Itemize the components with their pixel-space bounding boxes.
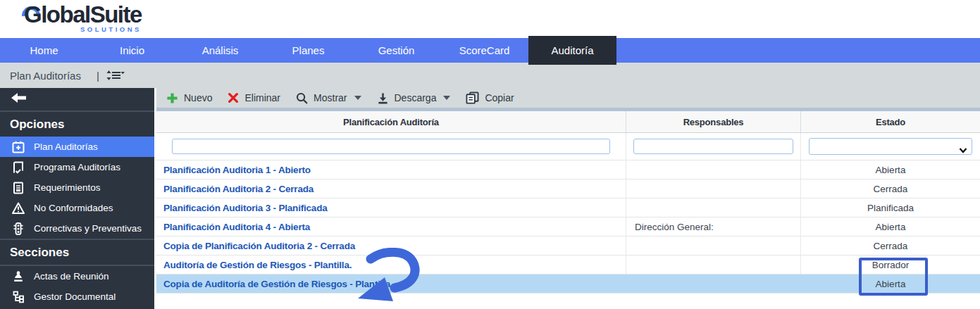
mostrar-button[interactable]: Mostrar bbox=[296, 92, 361, 104]
responsables-filter-input[interactable] bbox=[633, 139, 793, 154]
row-responsables bbox=[626, 179, 801, 198]
search-icon bbox=[296, 92, 308, 104]
row-estado: Planificada bbox=[801, 198, 980, 217]
nav-item-analisis[interactable]: Análisis bbox=[176, 38, 264, 63]
nav-item-home[interactable]: Home bbox=[0, 38, 88, 63]
sidebar-item-gestor-documental[interactable]: Gestor Documental bbox=[0, 286, 154, 307]
nav-item-inicio[interactable]: Inicio bbox=[88, 38, 176, 63]
sidebar-item-no-conformidades[interactable]: No Conformidades bbox=[0, 198, 154, 218]
row-name-link[interactable]: Copia de Planificación Auditoria 2 - Cer… bbox=[156, 237, 626, 255]
row-responsables bbox=[626, 237, 801, 255]
row-estado: Abierta bbox=[801, 217, 980, 236]
descarga-button[interactable]: Descarga bbox=[377, 92, 451, 104]
table-row: Copia de Auditoría de Gestión de Riesgos… bbox=[156, 275, 980, 294]
sidebar-item-programa-auditorias[interactable]: Programa Auditorías bbox=[0, 157, 154, 177]
copy-icon bbox=[466, 92, 479, 104]
table-row: Planificación Auditoria 2 - Cerrada Cerr… bbox=[156, 179, 980, 198]
eliminar-button[interactable]: Eliminar bbox=[228, 92, 280, 103]
stamp-icon bbox=[11, 270, 25, 284]
table-row: Auditoría de Gestión de Riesgos - Planti… bbox=[156, 256, 980, 275]
nav-item-planes[interactable]: Planes bbox=[264, 38, 352, 63]
row-name-link[interactable]: Planificación Auditoria 2 - Cerrada bbox=[156, 179, 626, 198]
main-nav: HomeInicioAnálisisPlanesGestiónScoreCard… bbox=[0, 38, 980, 63]
table-row: Planificación Auditoria 3 - Planificada … bbox=[156, 198, 980, 217]
estado-filter-select[interactable] bbox=[809, 138, 972, 155]
caret-down-icon bbox=[354, 96, 361, 100]
caret-down-icon bbox=[443, 96, 450, 100]
row-responsables bbox=[626, 198, 801, 217]
sidebar-section-title-opciones: Opciones bbox=[0, 112, 154, 137]
nuevo-button[interactable]: Nuevo bbox=[166, 92, 212, 104]
nav-item-scorecard[interactable]: ScoreCard bbox=[440, 38, 528, 63]
traffic-light-icon bbox=[11, 222, 25, 236]
table-row: Planificación Auditoria 1 - Abierto Abie… bbox=[156, 160, 980, 179]
plus-icon bbox=[166, 92, 178, 104]
sidebar-item-correctivas-y-preventivas[interactable]: Correctivas y Preventivas bbox=[0, 218, 154, 239]
row-estado: Abierta bbox=[801, 275, 980, 293]
content-area: Nuevo Eliminar Mostrar Descarga Copiar P… bbox=[154, 88, 980, 309]
row-responsables bbox=[626, 275, 801, 293]
row-estado: Borrador bbox=[801, 256, 980, 274]
row-name-link[interactable]: Copia de Auditoría de Gestión de Riesgos… bbox=[156, 275, 626, 293]
warning-triangle-icon bbox=[11, 201, 25, 215]
document-icon bbox=[11, 181, 25, 195]
row-responsables: Dirección General: bbox=[626, 217, 801, 236]
back-arrow-icon bbox=[11, 93, 27, 106]
nav-item-auditoria[interactable]: Auditoría bbox=[528, 36, 616, 65]
row-name-link[interactable]: Planificación Auditoria 1 - Abierto bbox=[156, 160, 626, 179]
breadcrumb-separator: | bbox=[97, 70, 99, 82]
column-header-estado: Estado bbox=[801, 111, 980, 132]
row-name-link[interactable]: Planificación Auditoria 4 - Abierta bbox=[156, 217, 626, 236]
calendar-plus-icon bbox=[11, 140, 25, 154]
table-row: Copia de Planificación Auditoria 2 - Cer… bbox=[156, 237, 980, 256]
planificacion-filter-input[interactable] bbox=[172, 139, 610, 154]
sidebar-collapse-button[interactable] bbox=[0, 88, 154, 112]
audit-app-window: GlobalSuite SOLUTIONS HomeInicioAnálisis… bbox=[0, 0, 980, 309]
list-filter-icon[interactable] bbox=[106, 70, 125, 81]
table-body: Planificación Auditoria 1 - Abierto Abie… bbox=[156, 160, 980, 294]
column-header-planificacion: Planificación Auditoría bbox=[156, 111, 626, 132]
copiar-button[interactable]: Copiar bbox=[466, 92, 514, 104]
sidebar-section-title-secciones: Secciones bbox=[0, 239, 154, 266]
sidebar-item-plan-auditorias[interactable]: Plan Auditorías bbox=[0, 137, 154, 157]
row-estado: Abierta bbox=[801, 160, 980, 179]
sidebar-item-actas-de-reunion[interactable]: Actas de Reunión bbox=[0, 266, 154, 286]
nav-item-gestion[interactable]: Gestión bbox=[352, 38, 440, 63]
sidebar-item-requerimientos[interactable]: Requerimientos bbox=[0, 177, 154, 198]
breadcrumb: Plan Auditorías bbox=[10, 70, 81, 82]
row-responsables bbox=[626, 160, 801, 179]
table-header-row: Planificación Auditoría Responsables Est… bbox=[156, 111, 980, 133]
row-estado: Cerrada bbox=[801, 179, 980, 198]
logo-bar: GlobalSuite SOLUTIONS bbox=[0, 0, 980, 38]
book-check-icon bbox=[11, 160, 25, 175]
row-responsables bbox=[626, 256, 801, 274]
download-icon bbox=[377, 92, 389, 104]
table-filter-row bbox=[156, 133, 980, 160]
breadcrumb-bar: Plan Auditorías | bbox=[0, 63, 980, 88]
globalsuite-logo: GlobalSuite SOLUTIONS bbox=[24, 1, 142, 33]
org-chart-icon bbox=[11, 290, 25, 304]
logo-text: GlobalSuite bbox=[24, 1, 142, 28]
row-name-link[interactable]: Auditoría de Gestión de Riesgos - Planti… bbox=[156, 256, 626, 274]
table-row: Planificación Auditoria 4 - Abierta Dire… bbox=[156, 217, 980, 237]
toolbar: Nuevo Eliminar Mostrar Descarga Copiar bbox=[156, 88, 980, 108]
sidebar: Opciones Plan Auditorías Programa Audito… bbox=[0, 88, 154, 309]
audit-table: Planificación Auditoría Responsables Est… bbox=[156, 111, 980, 294]
row-name-link[interactable]: Planificación Auditoria 3 - Planificada bbox=[156, 198, 626, 217]
x-icon bbox=[228, 92, 239, 103]
column-header-responsables: Responsables bbox=[626, 111, 801, 132]
row-estado: Cerrada bbox=[801, 237, 980, 255]
